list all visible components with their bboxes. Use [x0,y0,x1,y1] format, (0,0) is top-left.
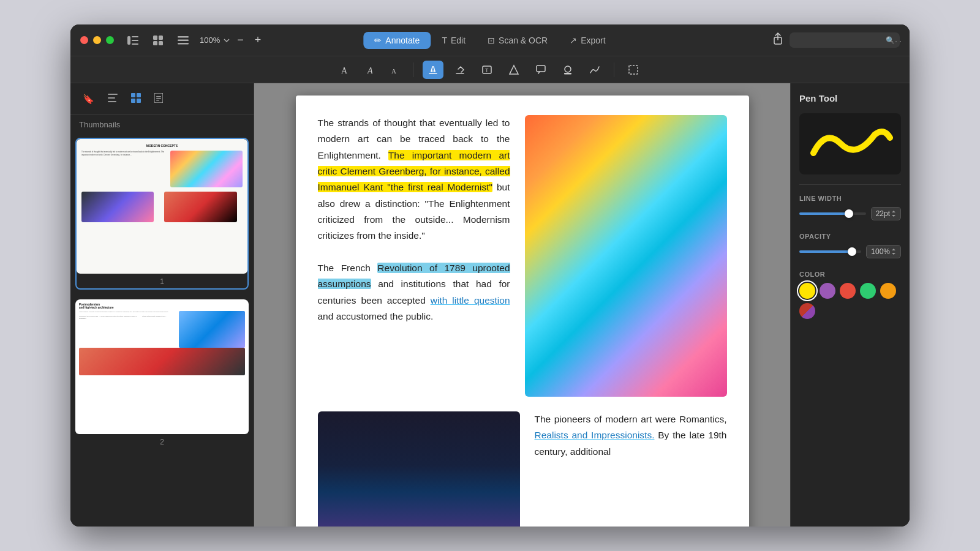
opacity-thumb[interactable] [848,247,856,256]
document-area[interactable]: The strands of thought that eventually l… [254,83,790,527]
svg-rect-31 [156,96,161,97]
export-label: Export [581,36,605,45]
svg-rect-4 [153,36,157,40]
line-width-label: LINE WIDTH [799,195,901,202]
bottom-paragraph: The pioneers of modern art were Romantic… [535,411,727,460]
thumbnail-1-image: MODERN CONCEPTS The strands of thought t… [77,139,247,274]
color-swatch-orange[interactable] [880,283,896,299]
highlighter-button[interactable] [423,61,443,79]
color-swatch-yellow[interactable] [799,283,815,299]
share-button[interactable] [772,32,783,48]
minimize-button[interactable] [93,36,101,44]
edit-label: Edit [451,36,466,45]
svg-rect-29 [137,99,141,103]
sidebar-tab-page[interactable] [149,89,168,108]
signature-button[interactable] [584,61,605,79]
sidebar-tab-thumbnails[interactable] [126,89,146,108]
text-style-button[interactable]: A [336,61,356,78]
sidebar-toggle-button[interactable] [124,34,142,47]
tab-annotate[interactable]: ✏ Annotate [363,32,431,49]
line-width-section: LINE WIDTH 22pt [799,195,901,223]
search-input[interactable] [790,32,900,48]
line-width-slider-row: 22pt [799,207,901,220]
svg-rect-22 [629,66,638,74]
textbox-button[interactable]: T [477,61,497,79]
sidebar-tab-bookmark[interactable]: 🔖 [78,90,99,108]
color-label: COLOR [799,271,901,278]
underlined-text-cyan: with little question [431,295,510,305]
svg-marker-18 [510,66,518,74]
grid-view-button[interactable] [149,33,167,48]
sidebar-tabs: 🔖 [70,83,254,115]
thumbnail-page-2[interactable]: Postmodernismand high-tech architecture … [75,299,249,449]
svg-rect-10 [178,43,189,45]
search-wrapper: 🔍 [790,32,900,48]
doc-bottom-section: The pioneers of modern art were Romantic… [318,411,727,527]
document-image-right [525,115,727,397]
color-section: COLOR [799,271,901,319]
zoom-control: 100% − + [200,32,265,48]
text-french-start: The French [318,263,378,273]
opacity-track[interactable] [799,250,861,253]
svg-rect-3 [132,43,138,45]
annotate-label: Annotate [385,36,420,45]
svg-rect-27 [137,93,141,97]
color-swatch-dark-red[interactable] [799,303,815,319]
more-options-icon[interactable]: ⋮ [890,36,903,45]
traffic-lights [80,36,114,44]
app-window: 100% − + ✏ Annotate T Edit ⊡ Scan & OCR … [70,24,910,527]
opacity-section: OPACITY 100% [799,233,901,261]
document-content: The strands of thought that eventually l… [296,96,749,527]
svg-rect-1 [132,36,138,37]
scan-icon: ⊡ [488,36,495,45]
svg-rect-7 [159,41,163,45]
color-swatch-green[interactable] [860,283,876,299]
zoom-in-button[interactable]: + [251,32,265,48]
selection-button[interactable] [623,61,644,79]
svg-rect-24 [108,97,115,99]
sidebar: 🔖 Thumbnails MODERN CONCEPTS [70,83,254,527]
zoom-out-button[interactable]: − [233,32,247,48]
scan-label: Scan & OCR [499,36,548,45]
sidebar-tab-outline[interactable] [103,90,123,108]
comment-button[interactable] [530,61,551,79]
title-bar: 100% − + ✏ Annotate T Edit ⊡ Scan & OCR … [70,24,910,56]
svg-text:T: T [485,67,489,73]
document-page: The strands of thought that eventually l… [296,96,749,527]
text-italic-button[interactable]: A [362,61,380,78]
thumbnail-2-number: 2 [75,438,249,449]
tab-edit[interactable]: T Edit [431,32,477,49]
svg-rect-6 [153,41,157,45]
close-button[interactable] [80,36,88,44]
eraser-button[interactable] [450,61,470,79]
line-width-thumb[interactable] [845,209,853,218]
toolbar-left: 100% − + [124,32,265,48]
tab-export[interactable]: ↗ Export [559,32,616,49]
text-final: and accustomed the public. [318,311,434,321]
line-width-value[interactable]: 22pt [871,207,901,220]
color-swatch-purple[interactable] [820,283,835,299]
main-area: 🔖 Thumbnails MODERN CONCEPTS [70,83,910,527]
svg-rect-21 [564,73,571,75]
text-small-button[interactable]: A [386,61,405,78]
list-view-button[interactable] [174,34,192,47]
tab-scan-ocr[interactable]: ⊡ Scan & OCR [477,32,559,49]
stamp-button[interactable] [557,61,578,79]
svg-rect-33 [156,100,159,101]
thumbnail-1-number: 1 [77,277,247,288]
maximize-button[interactable] [106,36,114,44]
thumbnail-page-1[interactable]: MODERN CONCEPTS The strands of thought t… [75,138,249,290]
toolbar-divider-2 [614,62,614,77]
document-image-bottom-left [318,411,520,527]
doc-text-main: The strands of thought that eventually l… [318,115,510,397]
svg-rect-23 [108,94,118,95]
shape-button[interactable] [503,61,524,79]
pen-preview [799,113,901,174]
sidebar-content[interactable]: MODERN CONCEPTS The strands of thought t… [70,133,254,527]
opacity-value[interactable]: 100% [866,245,901,258]
thumb2-title: Postmodernismand high-tech architecture [79,303,245,309]
color-swatch-red[interactable] [840,283,856,299]
line-width-track[interactable] [799,212,866,215]
svg-text:A: A [391,67,396,75]
right-panel: Pen Tool LINE WIDTH 22pt [790,83,910,527]
